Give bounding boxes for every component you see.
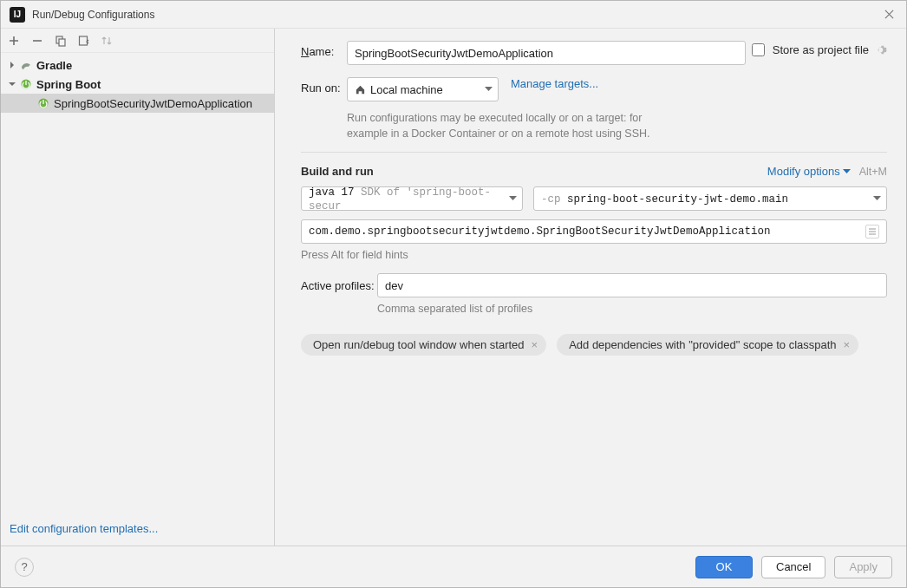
build-run-selects: java 17 SDK of 'spring-boot-secur -cp sp… xyxy=(301,186,887,211)
runon-row: Run on: Local machine Manage targets... xyxy=(301,77,887,101)
main-split: Gradle Spring Boot SpringBootSecurityJwt… xyxy=(1,29,906,546)
classpath-select[interactable]: -cp spring-boot-security-jwt-demo.main xyxy=(533,186,887,211)
chevron-down-icon xyxy=(873,196,881,201)
close-icon[interactable]: × xyxy=(532,338,538,351)
chevron-down-icon xyxy=(6,81,18,88)
help-icon[interactable]: ? xyxy=(15,558,34,577)
build-run-head: Build and run Modify options Alt+M xyxy=(301,165,887,178)
remove-icon[interactable] xyxy=(29,33,45,49)
close-icon[interactable] xyxy=(880,6,897,23)
main-class-row: com.demo.springbootsecurityjwtdemo.Sprin… xyxy=(301,219,887,244)
apply-button: Apply xyxy=(834,556,892,578)
store-checkbox[interactable] xyxy=(752,43,765,56)
copy-icon[interactable] xyxy=(53,33,69,49)
springboot-icon xyxy=(18,78,34,90)
close-icon[interactable]: × xyxy=(844,338,851,351)
sidebar-footer: Edit configuration templates... xyxy=(1,515,274,546)
manage-targets-link[interactable]: Manage targets... xyxy=(511,77,598,90)
gear-icon[interactable] xyxy=(874,43,887,56)
add-icon[interactable] xyxy=(6,33,22,49)
dialog-window: IJ Run/Debug Configurations xyxy=(0,0,907,588)
chevron-down-icon xyxy=(485,87,493,92)
profiles-label: Active profiles: xyxy=(301,279,377,292)
store-as-project-file: Store as project file xyxy=(748,41,887,59)
section-title: Build and run xyxy=(301,165,374,178)
config-tree: Gradle Spring Boot SpringBootSecurityJwt… xyxy=(1,53,274,515)
chevron-down-icon xyxy=(509,196,517,201)
store-label: Store as project file xyxy=(773,43,869,56)
chip-open-tool-window[interactable]: Open run/debug tool window when started … xyxy=(301,334,546,356)
runon-select[interactable]: Local machine xyxy=(347,77,499,101)
springboot-icon xyxy=(36,97,51,109)
svg-rect-1 xyxy=(59,39,65,46)
runon-label: Run on: xyxy=(301,77,347,95)
chevron-down-icon xyxy=(843,169,851,174)
home-icon xyxy=(355,84,366,95)
tree-label: SpringBootSecurityJwtDemoApplication xyxy=(54,97,252,110)
gradle-icon xyxy=(18,59,34,71)
save-template-icon[interactable] xyxy=(76,33,92,49)
profiles-row: Active profiles: xyxy=(301,273,887,297)
runon-value: Local machine xyxy=(370,83,480,96)
modify-kbd: Alt+M xyxy=(859,166,887,178)
chip-provided-scope[interactable]: Add dependencies with "provided" scope t… xyxy=(557,334,858,356)
dialog-body: Gradle Spring Boot SpringBootSecurityJwt… xyxy=(1,29,906,587)
modify-options-wrap: Modify options Alt+M xyxy=(767,165,887,178)
tree-node-springboot[interactable]: Spring Boot xyxy=(1,75,274,94)
profiles-hint: Comma separated list of profiles xyxy=(377,303,887,315)
runon-hint: Run configurations may be executed local… xyxy=(347,110,887,141)
profiles-input[interactable] xyxy=(377,273,887,297)
name-row: Name: Store as project file xyxy=(301,41,887,65)
cancel-button[interactable]: Cancel xyxy=(761,556,825,578)
app-icon: IJ xyxy=(10,7,25,23)
jdk-select[interactable]: java 17 SDK of 'spring-boot-secur xyxy=(301,186,523,211)
content-panel: Name: Store as project file Run on: Loca… xyxy=(275,29,906,546)
dialog-footer: ? OK Cancel Apply xyxy=(1,546,906,587)
window-title: Run/Debug Configurations xyxy=(32,9,880,21)
tree-label: Gradle xyxy=(36,59,72,72)
sort-icon[interactable] xyxy=(100,33,115,49)
sidebar: Gradle Spring Boot SpringBootSecurityJwt… xyxy=(1,29,275,546)
chevron-right-icon xyxy=(6,62,18,69)
titlebar: IJ Run/Debug Configurations xyxy=(1,1,906,29)
modify-options-link[interactable]: Modify options xyxy=(767,165,851,178)
alt-hint: Press Alt for field hints xyxy=(301,249,887,261)
divider xyxy=(301,152,887,153)
edit-templates-link[interactable]: Edit configuration templates... xyxy=(10,522,158,535)
sidebar-toolbar xyxy=(1,29,274,53)
ok-button[interactable]: OK xyxy=(695,556,753,578)
name-input[interactable] xyxy=(347,41,746,65)
list-icon[interactable] xyxy=(865,225,879,238)
name-label: Name: xyxy=(301,41,347,58)
svg-rect-2 xyxy=(80,36,88,45)
option-chips: Open run/debug tool window when started … xyxy=(301,334,887,356)
main-class-input[interactable]: com.demo.springbootsecurityjwtdemo.Sprin… xyxy=(301,219,887,244)
tree-node-config[interactable]: SpringBootSecurityJwtDemoApplication xyxy=(1,94,274,113)
tree-node-gradle[interactable]: Gradle xyxy=(1,56,274,75)
tree-label: Spring Boot xyxy=(36,78,101,91)
